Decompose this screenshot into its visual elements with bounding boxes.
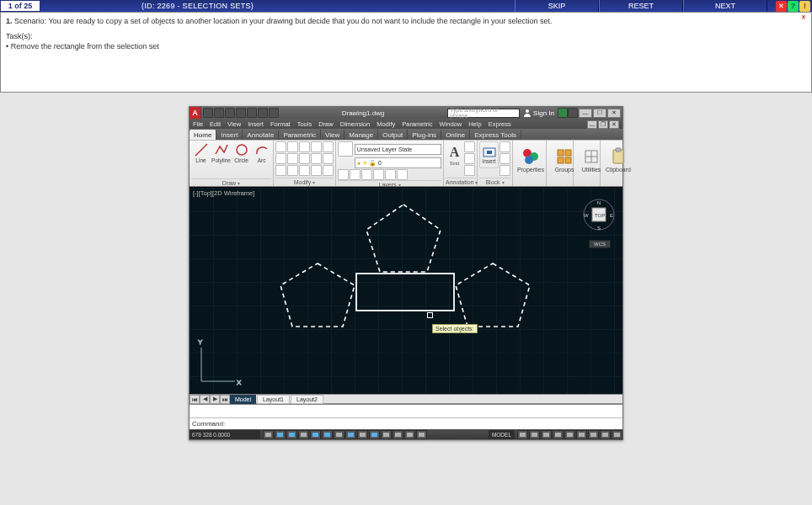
help-icon[interactable]: ? <box>788 1 799 12</box>
arc-button[interactable]: Arc <box>252 141 271 178</box>
tab-express-tools[interactable]: Express Tools <box>470 130 521 140</box>
scale-button[interactable] <box>287 165 298 176</box>
doc-close-button[interactable]: ✕ <box>609 120 619 129</box>
join-button[interactable] <box>311 165 322 176</box>
close-button[interactable]: ✕ <box>607 109 621 118</box>
leader-button[interactable] <box>464 153 475 164</box>
layout1-tab[interactable]: Layout1 <box>257 395 290 404</box>
tab-scroll-prev[interactable]: ◀ <box>200 395 210 404</box>
transparency-toggle[interactable] <box>393 430 403 439</box>
lineweight-toggle[interactable] <box>381 430 392 439</box>
menu-help[interactable]: Help <box>468 120 481 128</box>
annotation-scale-button[interactable] <box>541 430 552 439</box>
exchange-icon[interactable] <box>558 108 568 118</box>
panel-modify-label[interactable]: Modify <box>275 178 334 185</box>
tab-scroll-last[interactable]: ⏭ <box>220 395 230 404</box>
hardware-accel-button[interactable] <box>588 430 599 439</box>
workspace-switch-button[interactable] <box>564 430 575 439</box>
reset-button[interactable]: RESET <box>599 0 683 12</box>
edit-attr-button[interactable] <box>499 165 510 176</box>
quickview-drawings-button[interactable] <box>529 430 540 439</box>
clipboard-button[interactable]: Clipboard <box>602 141 634 178</box>
drawing-canvas[interactable]: [-][Top][2D Wireframe] YX Select objects… <box>190 187 622 394</box>
rectangle[interactable] <box>356 274 454 311</box>
maximize-button[interactable]: ☐ <box>593 109 606 118</box>
layer-state-combo[interactable]: Unsaved Layer State <box>355 144 441 155</box>
otrack-toggle[interactable] <box>345 430 356 439</box>
ortho-toggle[interactable] <box>298 430 309 439</box>
menu-insert[interactable]: Insert <box>248 120 264 128</box>
grid-toggle[interactable] <box>286 430 297 439</box>
close-icon[interactable]: × <box>776 1 787 12</box>
menu-format[interactable]: Format <box>270 120 291 128</box>
qat-redo-icon[interactable] <box>269 108 279 118</box>
tab-insert[interactable]: Insert <box>216 130 243 140</box>
offset-button[interactable] <box>299 165 310 176</box>
extend-button[interactable] <box>323 141 334 152</box>
tab-output[interactable]: Output <box>378 130 408 140</box>
edit-block-button[interactable] <box>499 153 510 164</box>
osnap-toggle[interactable] <box>322 430 333 439</box>
stretch-button[interactable] <box>275 165 286 176</box>
qat-saveas-icon[interactable] <box>236 108 246 118</box>
menu-express[interactable]: Express <box>489 120 511 128</box>
dimension-button[interactable] <box>464 141 475 152</box>
warning-icon[interactable]: ! <box>799 1 810 12</box>
search-input[interactable]: Type a keyword or phrase <box>447 109 520 118</box>
mirror-button[interactable] <box>287 153 298 164</box>
menu-draw[interactable]: Draw <box>318 120 334 128</box>
tab-online[interactable]: Online <box>441 130 470 140</box>
tab-scroll-next[interactable]: ▶ <box>210 395 220 404</box>
collapse-instructions-icon[interactable]: × <box>801 13 809 22</box>
skip-button[interactable]: SKIP <box>515 0 599 12</box>
panel-annotation-label[interactable]: Annotation <box>446 178 475 185</box>
layer-combo[interactable]: ● ☀ 🔓0 <box>355 157 441 168</box>
qat-open-icon[interactable] <box>214 108 224 118</box>
wcs-badge[interactable]: WCS <box>589 240 611 248</box>
next-button[interactable]: NEXT <box>683 0 767 12</box>
tab-home[interactable]: Home <box>190 130 216 140</box>
layer-lock-button[interactable] <box>373 169 384 180</box>
tab-plugins[interactable]: Plug-ins <box>408 130 441 140</box>
minimize-button[interactable]: — <box>579 109 592 118</box>
tab-scroll-first[interactable]: ⏮ <box>190 395 200 404</box>
explode-button[interactable] <box>311 153 322 164</box>
app-menu-icon[interactable]: A <box>190 107 201 119</box>
infer-constraints-toggle[interactable] <box>263 430 274 439</box>
annotation-visibility-button[interactable] <box>553 430 564 439</box>
quickprops-toggle[interactable] <box>404 430 415 439</box>
properties-button[interactable]: Properties <box>515 141 547 178</box>
tab-parametric[interactable]: Parametric <box>279 130 321 140</box>
copy-button[interactable] <box>275 153 286 164</box>
clean-screen-button[interactable] <box>612 430 622 439</box>
move-button[interactable] <box>275 141 286 152</box>
qat-plot-icon[interactable] <box>247 108 257 118</box>
menu-tools[interactable]: Tools <box>297 120 313 128</box>
qat-new-icon[interactable] <box>203 108 213 118</box>
help-menu-icon[interactable] <box>568 108 578 118</box>
qat-undo-icon[interactable] <box>258 108 268 118</box>
layer-off-button[interactable] <box>338 169 349 180</box>
model-space-button[interactable]: MODEL <box>489 430 515 439</box>
coordinate-readout[interactable]: 678 328 0.0000 <box>190 430 260 439</box>
qat-save-icon[interactable] <box>225 108 235 118</box>
menu-window[interactable]: Window <box>440 120 462 128</box>
tab-view[interactable]: View <box>321 130 345 140</box>
circle-button[interactable]: Circle <box>232 141 251 178</box>
panel-block-label[interactable]: Block <box>479 178 510 185</box>
command-history[interactable] <box>190 405 622 418</box>
doc-restore-button[interactable]: ❐ <box>598 120 608 129</box>
fillet-button[interactable] <box>299 153 310 164</box>
quickview-layouts-button[interactable] <box>517 430 528 439</box>
panel-draw-label[interactable]: Draw <box>191 178 271 186</box>
menu-parametric[interactable]: Parametric <box>402 120 432 128</box>
array-button[interactable] <box>323 153 334 164</box>
rotate-button[interactable] <box>287 141 298 152</box>
polyline-button[interactable]: Polyline <box>211 141 231 178</box>
pentagon-left[interactable] <box>280 263 355 327</box>
tab-manage[interactable]: Manage <box>345 130 378 140</box>
table-button[interactable] <box>464 165 475 176</box>
pentagon-top[interactable] <box>366 205 441 272</box>
break-button[interactable] <box>323 165 334 176</box>
insert-block-button[interactable]: Insert <box>479 141 499 168</box>
